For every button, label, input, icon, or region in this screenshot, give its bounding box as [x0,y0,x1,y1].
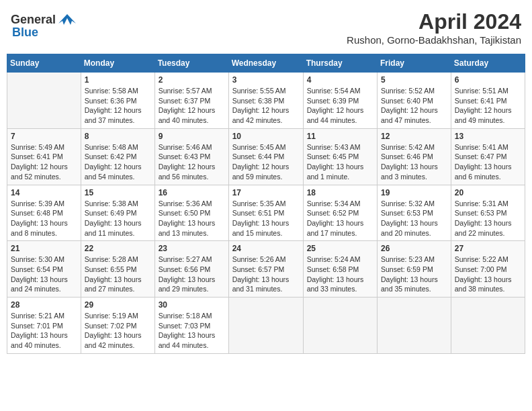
day-info: Sunrise: 5:48 AMSunset: 6:42 PMDaylight:… [85,142,151,182]
calendar-cell: 27Sunrise: 5:22 AMSunset: 7:00 PMDayligh… [451,241,525,298]
day-number: 16 [159,188,225,197]
calendar-cell: 29Sunrise: 5:19 AMSunset: 7:02 PMDayligh… [81,298,154,354]
day-info: Sunrise: 5:19 AMSunset: 7:02 PMDaylight:… [85,311,151,351]
day-number: 15 [85,188,151,197]
weekday-header-cell: Saturday [451,54,525,73]
day-info: Sunrise: 5:58 AMSunset: 6:36 PMDaylight:… [85,86,151,126]
calendar-cell: 11Sunrise: 5:43 AMSunset: 6:45 PMDayligh… [303,128,377,185]
calendar-cell: 15Sunrise: 5:38 AMSunset: 6:49 PMDayligh… [81,185,154,241]
day-info: Sunrise: 5:21 AMSunset: 7:01 PMDaylight:… [11,311,77,351]
weekday-header-cell: Monday [81,54,154,73]
calendar-week-row: 14Sunrise: 5:39 AMSunset: 6:48 PMDayligh… [7,185,525,241]
day-number: 22 [85,244,151,253]
day-number: 9 [159,132,225,141]
calendar-cell: 3Sunrise: 5:55 AMSunset: 6:38 PMDaylight… [228,73,303,129]
calendar-cell: 28Sunrise: 5:21 AMSunset: 7:01 PMDayligh… [7,298,81,354]
day-number: 12 [381,132,447,141]
day-info: Sunrise: 5:35 AMSunset: 6:51 PMDaylight:… [232,199,300,238]
day-info: Sunrise: 5:36 AMSunset: 6:50 PMDaylight:… [159,199,225,238]
day-number: 29 [85,300,151,310]
calendar-cell: 7Sunrise: 5:49 AMSunset: 6:41 PMDaylight… [7,128,81,185]
day-number: 7 [11,132,77,141]
day-info: Sunrise: 5:31 AMSunset: 6:53 PMDaylight:… [455,199,521,238]
calendar-cell: 19Sunrise: 5:32 AMSunset: 6:53 PMDayligh… [378,185,451,241]
day-info: Sunrise: 5:23 AMSunset: 6:59 PMDaylight:… [381,255,447,294]
day-info: Sunrise: 5:22 AMSunset: 7:00 PMDaylight:… [455,255,521,294]
header: General Blue April 2024 Rushon, Gorno-Ba… [7,7,525,48]
day-info: Sunrise: 5:39 AMSunset: 6:48 PMDaylight:… [11,199,77,238]
calendar-cell: 9Sunrise: 5:46 AMSunset: 6:43 PMDaylight… [154,128,228,185]
day-info: Sunrise: 5:45 AMSunset: 6:44 PMDaylight:… [232,142,300,182]
calendar-cell: 10Sunrise: 5:45 AMSunset: 6:44 PMDayligh… [228,128,303,185]
day-number: 14 [11,188,77,197]
day-info: Sunrise: 5:49 AMSunset: 6:41 PMDaylight:… [11,142,77,182]
calendar-cell: 26Sunrise: 5:23 AMSunset: 6:59 PMDayligh… [378,241,451,298]
calendar-week-row: 7Sunrise: 5:49 AMSunset: 6:41 PMDaylight… [7,128,525,185]
day-number: 19 [381,188,447,197]
calendar-cell [7,73,81,129]
calendar-cell [303,298,377,354]
calendar-week-row: 28Sunrise: 5:21 AMSunset: 7:01 PMDayligh… [7,298,525,354]
day-info: Sunrise: 5:51 AMSunset: 6:41 PMDaylight:… [455,86,521,126]
calendar-cell: 5Sunrise: 5:52 AMSunset: 6:40 PMDaylight… [378,73,451,129]
calendar-cell: 20Sunrise: 5:31 AMSunset: 6:53 PMDayligh… [451,185,525,241]
weekday-header-cell: Wednesday [228,54,303,73]
calendar-cell: 13Sunrise: 5:41 AMSunset: 6:47 PMDayligh… [451,128,525,185]
calendar-week-row: 21Sunrise: 5:30 AMSunset: 6:54 PMDayligh… [7,241,525,298]
title-area: April 2024 Rushon, Gorno-Badakhshan, Taj… [347,9,521,46]
day-number: 10 [232,132,300,141]
day-number: 24 [232,244,300,253]
logo-general: General [11,13,56,27]
day-number: 6 [455,75,521,85]
day-number: 3 [232,75,300,85]
day-number: 4 [307,75,373,85]
calendar-cell [378,298,451,354]
calendar-cell: 16Sunrise: 5:36 AMSunset: 6:50 PMDayligh… [154,185,228,241]
day-number: 30 [159,300,225,310]
calendar-cell: 12Sunrise: 5:42 AMSunset: 6:46 PMDayligh… [378,128,451,185]
day-info: Sunrise: 5:32 AMSunset: 6:53 PMDaylight:… [381,199,447,238]
day-info: Sunrise: 5:34 AMSunset: 6:52 PMDaylight:… [307,199,373,238]
day-number: 11 [307,132,373,141]
day-info: Sunrise: 5:55 AMSunset: 6:38 PMDaylight:… [232,86,300,126]
day-number: 18 [307,188,373,197]
calendar-cell: 24Sunrise: 5:26 AMSunset: 6:57 PMDayligh… [228,241,303,298]
calendar-cell [228,298,303,354]
day-number: 21 [11,244,77,253]
calendar-week-row: 1Sunrise: 5:58 AMSunset: 6:36 PMDaylight… [7,73,525,129]
page-subtitle: Rushon, Gorno-Badakhshan, Tajikistan [347,34,521,46]
calendar-cell: 23Sunrise: 5:27 AMSunset: 6:56 PMDayligh… [154,241,228,298]
calendar-cell: 6Sunrise: 5:51 AMSunset: 6:41 PMDaylight… [451,73,525,129]
calendar-body: 1Sunrise: 5:58 AMSunset: 6:36 PMDaylight… [7,73,525,354]
day-info: Sunrise: 5:27 AMSunset: 6:56 PMDaylight:… [159,255,225,294]
logo: General Blue [11,9,77,40]
calendar-table: SundayMondayTuesdayWednesdayThursdayFrid… [7,54,525,354]
weekday-header-cell: Tuesday [154,54,228,73]
day-number: 2 [159,75,225,85]
calendar-cell [451,298,525,354]
day-number: 26 [381,244,447,253]
calendar-cell: 21Sunrise: 5:30 AMSunset: 6:54 PMDayligh… [7,241,81,298]
day-info: Sunrise: 5:42 AMSunset: 6:46 PMDaylight:… [381,142,447,182]
calendar-cell: 22Sunrise: 5:28 AMSunset: 6:55 PMDayligh… [81,241,154,298]
calendar-cell: 2Sunrise: 5:57 AMSunset: 6:37 PMDaylight… [154,73,228,129]
calendar-cell: 30Sunrise: 5:18 AMSunset: 7:03 PMDayligh… [154,298,228,354]
day-info: Sunrise: 5:43 AMSunset: 6:45 PMDaylight:… [307,142,373,182]
day-info: Sunrise: 5:46 AMSunset: 6:43 PMDaylight:… [159,142,225,182]
day-number: 27 [455,244,521,253]
calendar-cell: 18Sunrise: 5:34 AMSunset: 6:52 PMDayligh… [303,185,377,241]
day-number: 25 [307,244,373,253]
day-info: Sunrise: 5:30 AMSunset: 6:54 PMDaylight:… [11,255,77,294]
day-info: Sunrise: 5:26 AMSunset: 6:57 PMDaylight:… [232,255,300,294]
calendar-cell: 25Sunrise: 5:24 AMSunset: 6:58 PMDayligh… [303,241,377,298]
day-info: Sunrise: 5:18 AMSunset: 7:03 PMDaylight:… [159,311,225,351]
calendar-cell: 1Sunrise: 5:58 AMSunset: 6:36 PMDaylight… [81,73,154,129]
day-number: 1 [85,75,151,85]
day-number: 28 [11,300,77,310]
day-number: 20 [455,188,521,197]
day-info: Sunrise: 5:54 AMSunset: 6:39 PMDaylight:… [307,86,373,126]
day-info: Sunrise: 5:41 AMSunset: 6:47 PMDaylight:… [455,142,521,182]
day-number: 8 [85,132,151,141]
calendar-cell: 17Sunrise: 5:35 AMSunset: 6:51 PMDayligh… [228,185,303,241]
day-info: Sunrise: 5:28 AMSunset: 6:55 PMDaylight:… [85,255,151,294]
